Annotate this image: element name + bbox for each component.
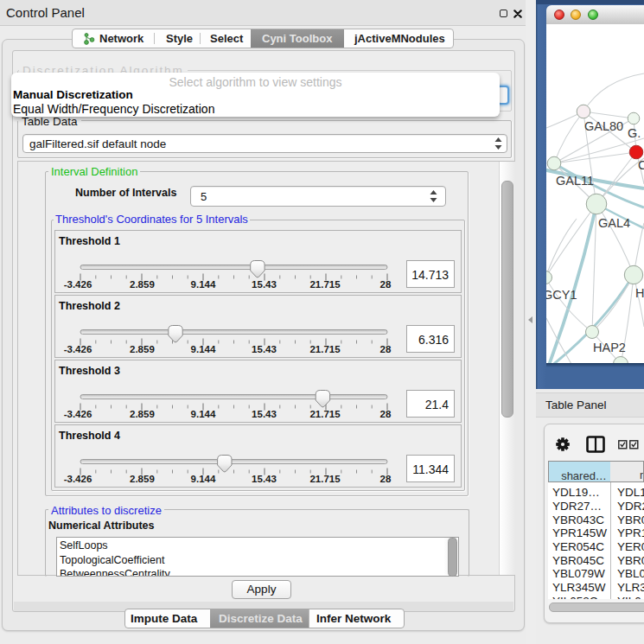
- svg-text:HAP2: HAP2: [593, 341, 626, 354]
- svg-text:28: 28: [380, 344, 392, 354]
- svg-text:21.715: 21.715: [309, 344, 341, 354]
- svg-text:9.144: 9.144: [191, 409, 216, 419]
- svg-text:9.144: 9.144: [191, 279, 216, 290]
- svg-text:G.: G.: [628, 126, 641, 140]
- svg-text:21.715: 21.715: [309, 474, 341, 484]
- svg-text:GAL11: GAL11: [556, 174, 594, 188]
- svg-text:28: 28: [380, 279, 392, 290]
- svg-text:GAL80: GAL80: [584, 119, 623, 133]
- svg-text:2.859: 2.859: [130, 474, 155, 484]
- svg-text:2.859: 2.859: [130, 344, 155, 354]
- svg-text:C: C: [638, 158, 644, 172]
- svg-text:21.715: 21.715: [309, 409, 341, 419]
- svg-text:GCY1: GCY1: [546, 288, 577, 302]
- svg-text:9.144: 9.144: [191, 474, 216, 484]
- svg-text:15.43: 15.43: [252, 409, 277, 419]
- svg-text:-3.426: -3.426: [64, 279, 92, 290]
- svg-text:2.859: 2.859: [130, 409, 155, 419]
- svg-text:15.43: 15.43: [252, 344, 277, 354]
- svg-text:GAL4: GAL4: [598, 216, 630, 230]
- svg-text:21.715: 21.715: [309, 279, 341, 290]
- svg-text:15.43: 15.43: [252, 279, 277, 290]
- svg-text:2.859: 2.859: [130, 279, 155, 290]
- svg-text:-3.426: -3.426: [64, 474, 92, 484]
- svg-text:28: 28: [380, 409, 392, 419]
- svg-text:H: H: [635, 286, 644, 300]
- svg-text:9.144: 9.144: [191, 344, 216, 354]
- svg-text:15.43: 15.43: [252, 474, 277, 484]
- svg-text:-3.426: -3.426: [64, 344, 92, 354]
- svg-text:28: 28: [380, 474, 392, 484]
- svg-text:-3.426: -3.426: [64, 409, 92, 419]
